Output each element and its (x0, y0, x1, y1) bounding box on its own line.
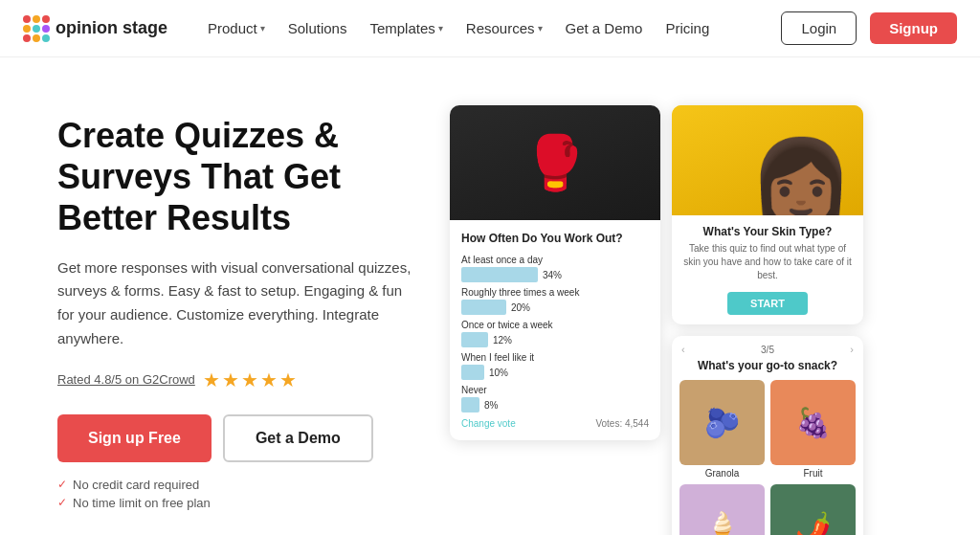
g2crowd-rating-link[interactable]: Rated 4.8/5 on G2Crowd (57, 372, 195, 387)
snack-item-granola[interactable]: 🫐 Granola (679, 380, 765, 479)
check-icon-2: ✓ (57, 496, 67, 509)
skin-card-body: What's Your Skin Type? Take this quiz to… (672, 215, 863, 324)
login-button[interactable]: Login (781, 11, 857, 45)
snack-spicy-image: 🌶️ (770, 484, 856, 535)
skin-card-title: What's Your Skin Type? (681, 225, 854, 238)
poll-bar-row-2: Roughly three times a week 20% (461, 287, 649, 315)
skin-face-emoji: 👩🏾 (748, 141, 854, 215)
poll-bar-1 (461, 267, 538, 282)
skin-card-image: 👩🏾 (672, 105, 863, 215)
snack-granola-image: 🫐 (679, 380, 765, 465)
boxer-image: 🥊 (450, 105, 660, 220)
nav-product[interactable]: Product ▾ (198, 14, 275, 42)
poll-title: How Often Do You Work Out? (461, 232, 649, 245)
poll-bar-3 (461, 332, 488, 347)
snack-item-fruit[interactable]: 🍇 Fruit (770, 380, 856, 479)
hero-section: Create Quizzes & Surveys That Get Better… (0, 57, 980, 535)
snack-item-spicy[interactable]: 🌶️ Something spicy! (770, 484, 856, 535)
snack-fruit-label: Fruit (770, 468, 856, 479)
nav-templates[interactable]: Templates ▾ (360, 14, 452, 42)
get-demo-button[interactable]: Get a Demo (223, 414, 373, 462)
nav-solutions[interactable]: Solutions (278, 14, 357, 42)
snack-icecream-image: 🍦 (679, 484, 765, 535)
snack-item-icecream[interactable]: 🍦 Ice cream (679, 484, 765, 535)
poll-card: 🥊 How Often Do You Work Out? At least on… (450, 105, 660, 440)
snack-items-grid: 🫐 Granola 🍇 Fruit 🍦 Ice cream 🌶️ Somethi… (672, 380, 863, 535)
hero-notes: ✓ No credit card required ✓ No time limi… (57, 478, 421, 510)
poll-bar-row-4: When I feel like it 10% (461, 352, 649, 380)
hero-title: Create Quizzes & Surveys That Get Better… (57, 115, 421, 239)
logo-dots (23, 15, 50, 42)
poll-card-body: How Often Do You Work Out? At least once… (450, 220, 660, 440)
star-4: ★ (260, 368, 278, 391)
snack-progress-fwd[interactable]: › (850, 344, 854, 355)
signup-button[interactable]: Signup (870, 12, 957, 44)
poll-bar-5 (461, 397, 479, 412)
snack-card-title: What's your go-to snack? (672, 359, 863, 380)
poll-change-vote[interactable]: Change vote (461, 418, 516, 429)
poll-bar-2 (461, 300, 506, 315)
chevron-down-icon: ▾ (438, 23, 443, 33)
hero-description: Get more responses with visual conversat… (57, 256, 421, 351)
nav-resources[interactable]: Resources ▾ (457, 14, 552, 42)
skin-card-description: Take this quiz to find out what type of … (681, 242, 854, 282)
snack-fruit-image: 🍇 (770, 380, 856, 465)
hero-rating: Rated 4.8/5 on G2Crowd ★ ★ ★ ★ ★ (57, 368, 421, 391)
hero-note-1: ✓ No credit card required (57, 478, 421, 492)
snack-progress-indicator: 3/5 (761, 345, 774, 355)
chevron-down-icon: ▾ (538, 23, 543, 33)
poll-bar-4 (461, 365, 484, 380)
nav-links: Product ▾ Solutions Templates ▾ Resource… (198, 11, 957, 45)
star-rating: ★ ★ ★ ★ ★ (203, 368, 297, 391)
signup-free-button[interactable]: Sign up Free (57, 414, 212, 462)
brand-name: opinion stage (56, 18, 167, 38)
snack-card-header: ‹ 3/5 › (672, 336, 863, 359)
skin-type-card: 👩🏾 What's Your Skin Type? Take this quiz… (672, 105, 863, 324)
poll-bar-row-5: Never 8% (461, 385, 649, 412)
star-5: ★ (279, 368, 297, 391)
hero-buttons: Sign up Free Get a Demo (57, 414, 421, 462)
poll-votes-count: Votes: 4,544 (595, 418, 649, 429)
check-icon-1: ✓ (57, 478, 67, 491)
star-2: ★ (222, 368, 239, 391)
nav-get-demo[interactable]: Get a Demo (556, 14, 653, 42)
snack-granola-label: Granola (679, 468, 765, 479)
snack-card: ‹ 3/5 › What's your go-to snack? 🫐 Grano… (672, 336, 863, 535)
snack-progress-back[interactable]: ‹ (681, 344, 685, 355)
poll-bar-row-1: At least once a day 34% (461, 255, 649, 282)
star-1: ★ (203, 368, 220, 391)
right-cards-column: 👩🏾 What's Your Skin Type? Take this quiz… (672, 105, 863, 535)
hero-text-block: Create Quizzes & Surveys That Get Better… (57, 105, 421, 510)
poll-footer: Change vote Votes: 4,544 (461, 418, 649, 429)
navbar: opinion stage Product ▾ Solutions Templa… (0, 0, 980, 57)
poll-card-image: 🥊 (450, 105, 660, 220)
hero-note-2: ✓ No time limit on free plan (57, 496, 421, 510)
hero-visuals: 🥊 How Often Do You Work Out? At least on… (450, 105, 923, 535)
skin-start-button[interactable]: START (727, 292, 808, 315)
chevron-down-icon: ▾ (260, 23, 265, 33)
nav-pricing[interactable]: Pricing (656, 14, 719, 42)
logo[interactable]: opinion stage (23, 15, 167, 42)
star-3: ★ (241, 368, 258, 391)
poll-bar-row-3: Once or twice a week 12% (461, 320, 649, 347)
